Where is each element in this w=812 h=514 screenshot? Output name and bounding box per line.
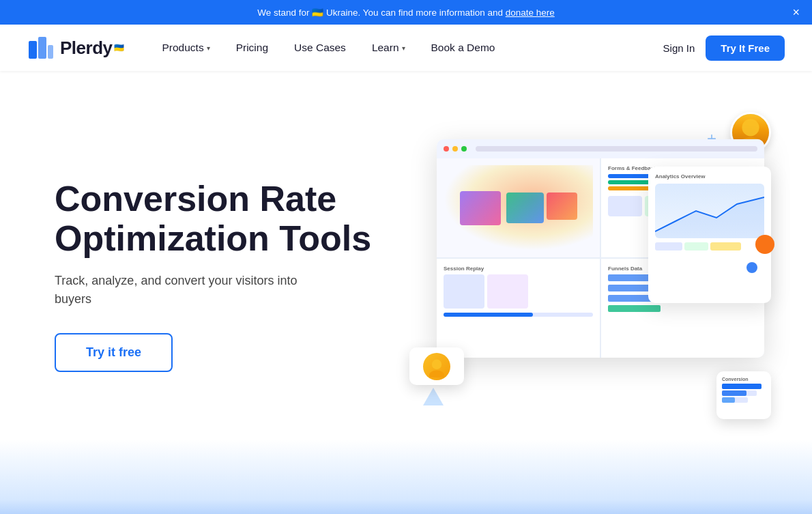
session-thumb-1 xyxy=(444,274,484,309)
nav-pricing[interactable]: Pricing xyxy=(225,36,279,59)
try-free-button[interactable]: Try It Free xyxy=(706,35,785,61)
banner-close-button[interactable]: × xyxy=(792,6,800,18)
stat-chip-1 xyxy=(655,242,682,251)
funnel-step-4 xyxy=(608,305,661,312)
nav-book-demo[interactable]: Book a Demo xyxy=(420,36,506,59)
chevron-down-icon: ▾ xyxy=(207,44,210,52)
shoe-image-1 xyxy=(460,191,501,225)
funnel-card-label: Conversion xyxy=(722,377,766,382)
dot-green xyxy=(461,146,467,152)
stat-chip-2 xyxy=(684,242,708,251)
dot-red xyxy=(444,146,449,152)
svg-point-6 xyxy=(432,359,441,369)
logo-icon xyxy=(27,34,55,61)
session-thumb-2 xyxy=(487,274,528,309)
top-banner: We stand for 🇺🇦 Ukraine. You can find mo… xyxy=(0,0,812,25)
nav-products[interactable]: Products ▾ xyxy=(151,36,221,59)
secondary-title: Analytics Overview xyxy=(655,173,764,180)
sessions-title: Session Replay xyxy=(444,266,593,272)
logo-flag: 🇺🇦 xyxy=(114,43,124,53)
mockup-header xyxy=(437,139,764,158)
nav-use-cases[interactable]: Use Cases xyxy=(283,36,357,59)
chevron-down-icon: ▾ xyxy=(402,44,405,52)
sessions-panel: Session Replay xyxy=(437,259,600,358)
svg-point-3 xyxy=(742,119,759,136)
donate-link[interactable]: donate here xyxy=(506,8,555,18)
svg-marker-5 xyxy=(655,197,764,238)
hero-section: Conversion Rate Optimization Tools Track… xyxy=(0,71,812,440)
circle-decoration-1 xyxy=(755,235,774,254)
circle-decoration-2 xyxy=(746,262,757,273)
svg-rect-2 xyxy=(48,45,53,59)
secondary-mockup: Analytics Overview xyxy=(648,167,771,303)
hero-title: Conversion Rate Optimization Tools xyxy=(55,180,396,257)
nav-right: Sign In Try It Free xyxy=(663,35,785,61)
funnel-bar-1 xyxy=(722,384,762,389)
sign-in-link[interactable]: Sign In xyxy=(663,42,695,54)
wave-section xyxy=(0,440,812,514)
logo[interactable]: Plerdy 🇺🇦 xyxy=(27,34,124,61)
hero-cta-button[interactable]: Try it free xyxy=(55,333,173,372)
shoe-image-2 xyxy=(506,192,544,223)
logo-text: Plerdy xyxy=(60,38,113,59)
chat-avatar xyxy=(423,353,450,380)
hero-right: + xyxy=(396,112,771,440)
progress-bar xyxy=(444,313,593,317)
svg-point-7 xyxy=(429,370,444,377)
stat-chip-3 xyxy=(710,242,741,251)
funnel-bar-2 xyxy=(722,390,757,396)
triangle-decoration xyxy=(423,388,444,405)
nav-links: Products ▾ Pricing Use Cases Learn ▾ Boo… xyxy=(151,36,663,59)
funnel-bar-3 xyxy=(722,397,748,403)
chat-bubble xyxy=(409,347,464,385)
progress-fill xyxy=(444,313,533,317)
hero-left: Conversion Rate Optimization Tools Track… xyxy=(55,180,396,371)
svg-rect-1 xyxy=(38,37,46,59)
mini-thumb-1 xyxy=(608,196,642,216)
shoe-image-3 xyxy=(547,192,577,220)
funnel-card: Conversion xyxy=(716,371,771,419)
hero-subtitle: Track, analyze, and convert your visitor… xyxy=(55,272,314,309)
stats-chips xyxy=(655,242,764,251)
analytics-chart xyxy=(655,184,764,238)
nav-learn[interactable]: Learn ▾ xyxy=(361,36,416,59)
dot-yellow xyxy=(452,146,458,152)
heatmap-panel xyxy=(437,158,600,257)
banner-text: We stand for 🇺🇦 Ukraine. You can find mo… xyxy=(257,8,505,18)
url-bar xyxy=(476,146,757,152)
svg-rect-0 xyxy=(29,41,37,59)
main-nav: Plerdy 🇺🇦 Products ▾ Pricing Use Cases L… xyxy=(0,25,812,71)
